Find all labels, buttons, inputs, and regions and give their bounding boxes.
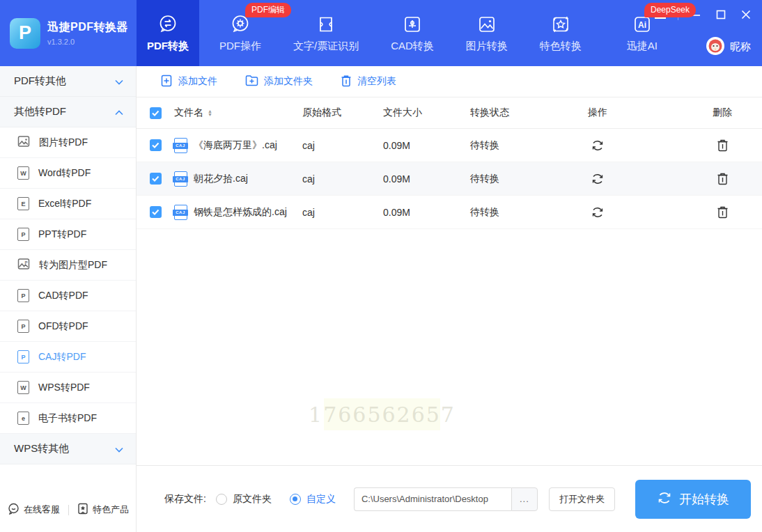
item-label: WPS转PDF <box>38 382 90 394</box>
sidebar-item-cad-to-pdf[interactable]: P CAD转PDF <box>0 281 136 311</box>
table-row: CAJ 《海底两万里》.caj caj 0.09M 待转换 <box>137 129 762 162</box>
tab-ai[interactable]: DeepSeek Ai 迅捷AI <box>616 0 668 66</box>
convert-icon[interactable] <box>591 172 605 186</box>
sidebar-item-ppt-to-pdf[interactable]: P PPT转PDF <box>0 219 136 250</box>
chevron-down-icon <box>115 75 123 87</box>
user-account[interactable]: 昵称 <box>706 37 751 57</box>
close-button[interactable] <box>738 7 754 22</box>
sidebar-footer: 在线客服 特色产品 <box>0 496 137 524</box>
delete-icon[interactable] <box>668 172 729 185</box>
start-convert-button[interactable]: 开始转换 <box>635 480 751 519</box>
caj-doc-icon: CAJ <box>174 171 187 187</box>
cad-icon <box>402 14 423 35</box>
delete-icon[interactable] <box>668 205 729 219</box>
refresh-icon <box>657 490 672 509</box>
ticket-icon <box>316 14 336 35</box>
convert-icon[interactable] <box>591 139 605 152</box>
file-size: 0.09M <box>383 207 470 218</box>
excel-file-icon: E <box>17 197 29 210</box>
add-folder-button[interactable]: 添加文件夹 <box>245 75 313 88</box>
item-label: Word转PDF <box>38 167 91 180</box>
column-header-size: 文件大小 <box>383 107 470 119</box>
item-label: 电子书转PDF <box>38 412 97 425</box>
featured-products-button[interactable]: 特色产品 <box>77 503 129 517</box>
row-checkbox[interactable] <box>150 206 162 218</box>
section-label: WPS转其他 <box>14 442 69 455</box>
add-file-icon <box>160 75 173 89</box>
browse-folder-button[interactable]: ... <box>511 487 538 511</box>
item-label: CAD转PDF <box>38 290 88 302</box>
svg-text:Ai: Ai <box>638 19 646 29</box>
file-toolbar: 添加文件 添加文件夹 清空列表 <box>137 66 762 97</box>
online-support-button[interactable]: 在线客服 <box>8 503 60 517</box>
table-row: CAJ 钢铁是怎样炼成的.caj caj 0.09M 待转换 <box>137 196 762 229</box>
delete-icon[interactable] <box>668 139 729 152</box>
tab-pdf-operate[interactable]: PDF编辑 PDF操作 <box>209 0 272 66</box>
footer-label: 特色产品 <box>93 503 129 516</box>
sidebar-item-to-image-pdf[interactable]: P 转为图片型PDF <box>0 250 136 281</box>
bookmark-star-icon <box>77 503 88 517</box>
section-label: 其他转PDF <box>14 105 66 118</box>
file-format: caj <box>302 207 383 218</box>
convert-icon[interactable] <box>591 205 605 219</box>
sidebar-item-caj-to-pdf[interactable]: P CAJ转PDF <box>0 342 136 373</box>
item-label: OFD转PDF <box>38 320 88 333</box>
pdf-file-icon: P <box>17 289 29 302</box>
chevron-up-icon <box>115 106 123 118</box>
radio-original-folder[interactable]: 原文件夹 <box>216 493 272 506</box>
tab-label: 特色转换 <box>540 40 582 53</box>
tab-special-convert[interactable]: 特色转换 <box>529 0 592 66</box>
sidebar-section-wps-to-other[interactable]: WPS转其他 <box>0 434 136 464</box>
button-label: 清空列表 <box>357 75 396 88</box>
row-checkbox[interactable] <box>150 173 162 185</box>
select-all-checkbox[interactable] <box>150 107 162 119</box>
sidebar-item-wps-to-pdf[interactable]: W WPS转PDF <box>0 373 136 403</box>
save-file-label: 保存文件: <box>164 493 206 506</box>
sidebar-item-ebook-to-pdf[interactable]: e 电子书转PDF <box>0 403 136 434</box>
radio-icon-checked[interactable] <box>290 494 301 505</box>
row-checkbox[interactable] <box>150 139 162 151</box>
avatar <box>706 37 724 57</box>
add-file-button[interactable]: 添加文件 <box>160 75 217 89</box>
radio-custom-folder[interactable]: 自定义 <box>290 493 336 506</box>
tab-ocr[interactable]: 文字/票证识别 <box>283 0 369 66</box>
sort-icon[interactable]: ▲▼ <box>208 109 212 116</box>
save-path-input[interactable] <box>354 487 511 511</box>
maximize-button[interactable] <box>713 7 729 22</box>
tab-label: 迅捷AI <box>627 40 658 53</box>
item-label: 转为图片型PDF <box>39 259 107 272</box>
tab-label: 文字/票证识别 <box>293 40 359 53</box>
app-logo: P 迅捷PDF转换器 v1.3.2.0 <box>0 0 137 66</box>
sidebar-section-other-to-pdf[interactable]: 其他转PDF <box>0 97 136 127</box>
button-label: 添加文件夹 <box>264 75 313 88</box>
watermark: 1766562657 <box>324 398 440 430</box>
tab-pdf-convert[interactable]: PDF转换 <box>137 0 199 66</box>
file-name: 朝花夕拾.caj <box>194 173 248 185</box>
file-size: 0.09M <box>383 173 470 185</box>
clear-list-button[interactable]: 清空列表 <box>341 75 396 89</box>
bottom-bar: 保存文件: 原文件夹 自定义 ... 打开文件夹 开始转换 <box>137 465 762 532</box>
image-file-icon <box>17 135 30 150</box>
item-label: 图片转PDF <box>39 136 88 149</box>
sidebar-item-ofd-to-pdf[interactable]: P OFD转PDF <box>0 311 136 342</box>
table-row: CAJ 朝花夕拾.caj caj 0.09M 待转换 <box>137 162 762 196</box>
tab-label: 图片转换 <box>466 40 508 53</box>
tab-label: CAD转换 <box>391 40 434 53</box>
radio-icon[interactable] <box>216 494 227 505</box>
sidebar-item-excel-to-pdf[interactable]: E Excel转PDF <box>0 189 136 219</box>
radio-label: 原文件夹 <box>233 493 272 506</box>
column-header-name: 文件名 <box>174 107 203 119</box>
image-icon <box>476 14 497 35</box>
sidebar-section-pdf-to-other[interactable]: PDF转其他 <box>0 66 136 97</box>
table-header: 文件名 ▲▼ 原始格式 文件大小 转换状态 操作 删除 <box>137 97 762 129</box>
pdf-file-icon: P <box>17 320 29 333</box>
sidebar-item-word-to-pdf[interactable]: W Word转PDF <box>0 158 136 189</box>
tab-cad-convert[interactable]: CAD转换 <box>380 0 444 66</box>
open-folder-button[interactable]: 打开文件夹 <box>549 487 615 511</box>
ebook-file-icon: e <box>17 412 29 425</box>
sidebar-item-image-to-pdf[interactable]: 图片转PDF <box>0 127 136 158</box>
caj-doc-icon: CAJ <box>174 205 187 220</box>
svg-text:P: P <box>24 260 27 265</box>
column-header-format: 原始格式 <box>302 107 383 119</box>
tab-image-convert[interactable]: 图片转换 <box>456 0 518 66</box>
